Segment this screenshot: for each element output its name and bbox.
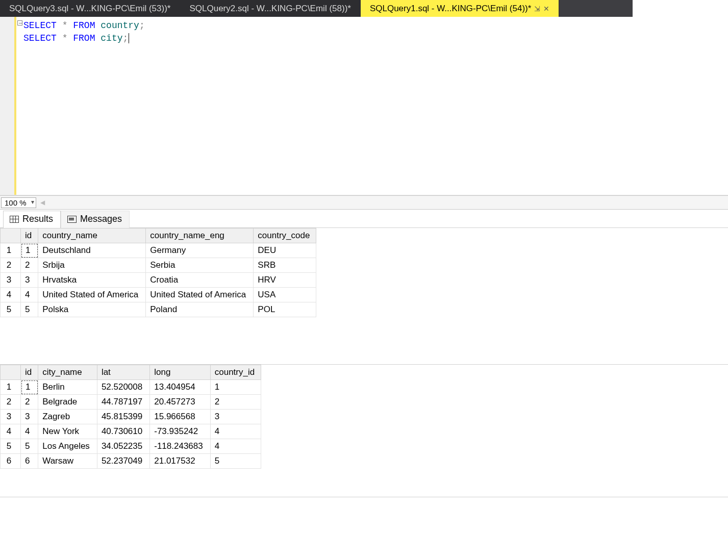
cell[interactable]: Poland [146,302,254,317]
row-header[interactable]: 6 [1,454,21,469]
cell[interactable]: Srbija [38,258,146,273]
tab-results[interactable]: Results [3,211,61,228]
cell[interactable]: Polska [38,302,146,317]
cell[interactable]: 6 [21,454,38,469]
cell[interactable]: 5 [210,454,261,469]
cell[interactable]: 20.457273 [150,395,210,410]
tab-messages[interactable]: Messages [61,211,130,228]
row-header[interactable]: 2 [1,395,21,410]
cell[interactable]: 21.017532 [150,454,210,469]
corner-cell [1,228,21,243]
table-row[interactable]: 11Berlin52.52000813.4049541 [1,380,261,395]
tab-label: SQLQuery2.sql - W...KING-PC\Emil (58))* [189,4,350,14]
table-row[interactable]: 66Warsaw52.23704921.0175325 [1,454,261,469]
corner-cell [1,365,21,380]
cell[interactable]: Hrvatska [38,273,146,288]
cell[interactable]: 3 [210,410,261,424]
cell[interactable]: USA [254,288,316,302]
cell[interactable]: 4 [210,424,261,439]
column-header[interactable]: city_name [38,365,97,380]
cell[interactable]: 44.787197 [97,395,149,410]
row-header[interactable]: 5 [1,302,21,317]
cell[interactable]: United Stated of America [146,288,254,302]
row-header[interactable]: 1 [1,243,21,258]
table-row[interactable]: 44New York40.730610-73.9352424 [1,424,261,439]
table-row[interactable]: 33Zagreb45.81539915.9665683 [1,410,261,424]
table-row[interactable]: 55Los Angeles34.052235-118.2436834 [1,439,261,454]
column-header[interactable]: lat [97,365,149,380]
cell[interactable]: 5 [21,439,38,454]
code-area[interactable]: SELECT * FROM country; SELECT * FROM cit… [23,17,728,195]
row-header[interactable]: 1 [1,380,21,395]
cell[interactable]: 2 [21,395,38,410]
cell[interactable]: 4 [21,288,38,302]
cell[interactable]: DEU [254,243,316,258]
table-row[interactable]: 55PolskaPolandPOL [1,302,316,317]
cell[interactable]: 52.520008 [97,380,149,395]
cell[interactable]: 1 [210,380,261,395]
cell[interactable]: 45.815399 [97,410,149,424]
cell[interactable]: 1 [21,243,38,258]
cell[interactable]: 52.237049 [97,454,149,469]
cell[interactable]: Serbia [146,258,254,273]
cell[interactable]: 3 [21,410,38,424]
cell[interactable]: Zagreb [38,410,97,424]
cell[interactable]: 3 [21,273,38,288]
pin-icon[interactable]: ⇲ [534,5,540,13]
column-header[interactable]: country_code [254,228,316,243]
scroll-left-icon[interactable]: ◀ [39,199,46,206]
cell[interactable]: Berlin [38,380,97,395]
row-header[interactable]: 4 [1,424,21,439]
table-row[interactable]: 11DeutschlandGermanyDEU [1,243,316,258]
cell[interactable]: -118.243683 [150,439,210,454]
cell[interactable]: Warsaw [38,454,97,469]
cell[interactable]: 5 [21,302,38,317]
result-table[interactable]: idcountry_namecountry_name_engcountry_co… [0,228,316,317]
table-row[interactable]: 33HrvatskaCroatiaHRV [1,273,316,288]
row-header[interactable]: 5 [1,439,21,454]
cell[interactable]: HRV [254,273,316,288]
table-row[interactable]: 22SrbijaSerbiaSRB [1,258,316,273]
row-header[interactable]: 4 [1,288,21,302]
column-header[interactable]: country_name [38,228,146,243]
cell[interactable]: Los Angeles [38,439,97,454]
row-header[interactable]: 3 [1,410,21,424]
cell[interactable]: 2 [210,395,261,410]
cell[interactable]: SRB [254,258,316,273]
table-row[interactable]: 22Belgrade44.78719720.4572732 [1,395,261,410]
column-header[interactable]: country_name_eng [146,228,254,243]
results-tab-strip: Results Messages [0,210,728,228]
column-header[interactable]: id [21,228,38,243]
column-header[interactable]: country_id [210,365,261,380]
column-header[interactable]: id [21,365,38,380]
close-icon[interactable]: ✕ [543,5,549,13]
table-row[interactable]: 44United Stated of AmericaUnited Stated … [1,288,316,302]
cell[interactable]: Croatia [146,273,254,288]
zoom-combo[interactable]: 100 % [1,197,36,208]
tab-label: SQLQuery1.sql - W...KING-PC\Emil (54))* [370,4,531,14]
cell[interactable]: 4 [210,439,261,454]
cell[interactable]: 34.052235 [97,439,149,454]
row-header[interactable]: 3 [1,273,21,288]
cell[interactable]: 15.966568 [150,410,210,424]
cell[interactable]: United Stated of America [38,288,146,302]
cell[interactable]: New York [38,424,97,439]
document-tab[interactable]: SQLQuery3.sql - W...KING-PC\Emil (53))* [0,0,180,17]
column-header[interactable]: long [150,365,210,380]
grid-icon [10,216,19,223]
cell[interactable]: POL [254,302,316,317]
cell[interactable]: Deutschland [38,243,146,258]
cell[interactable]: Belgrade [38,395,97,410]
cell[interactable]: Germany [146,243,254,258]
result-table[interactable]: idcity_namelatlongcountry_id11Berlin52.5… [0,365,261,469]
row-header[interactable]: 2 [1,258,21,273]
cell[interactable]: 4 [21,424,38,439]
cell[interactable]: 13.404954 [150,380,210,395]
document-tab[interactable]: SQLQuery2.sql - W...KING-PC\Emil (58))* [180,0,360,17]
cell[interactable]: 1 [21,380,38,395]
cell[interactable]: 2 [21,258,38,273]
cell[interactable]: -73.935242 [150,424,210,439]
collapse-icon[interactable] [17,20,22,26]
cell[interactable]: 40.730610 [97,424,149,439]
document-tab[interactable]: SQLQuery1.sql - W...KING-PC\Emil (54))* … [361,0,559,17]
